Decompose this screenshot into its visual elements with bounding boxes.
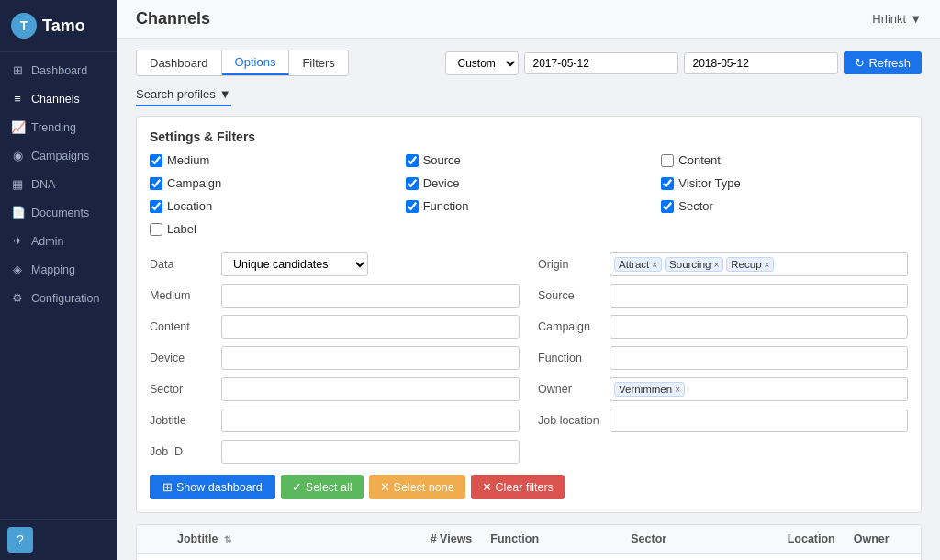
results-table-container: Jobtitle ⇅ # Views Function Sector [136,524,922,560]
user-menu[interactable]: Hrlinkt ▼ [872,12,922,26]
data-label: Data [150,258,214,271]
device-input[interactable] [221,346,520,370]
select-all-button[interactable]: ✓ Select all [281,475,364,499]
checkbox-medium-input[interactable] [150,154,162,167]
checkbox-source-input[interactable] [406,154,419,167]
function-input[interactable] [610,346,908,370]
tag-vernimmen-close[interactable]: × [675,385,680,395]
col-views-label: # Views [431,532,473,545]
col-owner: Owner [845,525,921,554]
refresh-button[interactable]: ↻ Refresh [844,51,922,74]
sidebar-item-campaigns[interactable]: ◉ Campaigns [0,141,118,170]
content-area: Dashboard Options Filters Custom ↻ Refre… [118,39,940,560]
show-dashboard-icon: ⊞ [162,480,173,494]
dna-icon: ▦ [11,177,24,191]
sidebar-item-documents[interactable]: 📄 Documents [0,198,118,227]
sidebar-item-configuration[interactable]: ⚙ Configuration [0,284,118,312]
checkbox-sector-input[interactable] [661,200,674,213]
job-id-input[interactable] [221,440,520,464]
search-profiles[interactable]: Search profiles ▼ [136,87,231,106]
checkbox-source-label: Source [423,153,461,167]
sidebar-item-trending[interactable]: 📈 Trending [0,113,118,141]
checkbox-function-input[interactable] [406,200,419,213]
logo-icon: T [11,13,37,39]
help-button[interactable]: ? [7,527,33,553]
job-location-input[interactable] [610,409,908,432]
checkbox-content-label: Content [678,153,721,167]
mapping-icon: ◈ [11,263,24,276]
checkbox-campaign-label: Campaign [167,176,221,190]
sidebar-item-mapping[interactable]: ◈ Mapping [0,255,118,284]
checkbox-campaign-input[interactable] [150,177,162,190]
search-profiles-label: Search profiles [136,87,216,101]
owner-tags[interactable]: Vernimmen × [610,377,908,401]
clear-filters-button[interactable]: ✕ Clear filters [471,475,565,499]
medium-label: Medium [150,289,214,302]
sidebar: T Tamo ⊞ Dashboard ≡ Channels 📈 Trending… [0,0,118,560]
checkbox-visitor-type-input[interactable] [661,177,674,190]
clear-filters-label: Clear filters [496,481,554,494]
checkbox-content-input[interactable] [661,154,674,167]
sector-input[interactable] [221,377,520,401]
sidebar-item-admin[interactable]: ✈ Admin [0,227,118,255]
checkbox-medium: Medium [150,153,397,167]
tag-attract-close[interactable]: × [652,260,657,270]
checkbox-visitor-type: Visitor Type [661,176,908,190]
checkbox-source: Source [406,153,653,167]
sort-icon[interactable]: ⇅ [224,534,231,544]
job-location-label: Job location [538,414,602,427]
content-label: Content [150,320,214,333]
sidebar-label-channels: Channels [31,93,80,106]
col-function: Function [481,525,621,554]
source-input[interactable] [610,284,908,308]
main-area: Channels Hrlinkt ▼ Dashboard Options Fil… [118,0,940,560]
row-sector: Risk, ALM & Actuary [621,554,778,560]
clear-filters-icon: ✕ [482,480,492,494]
checkbox-location-input[interactable] [150,200,162,213]
sidebar-label-dashboard: Dashboard [31,64,87,77]
device-row: Device [150,346,520,370]
jobtitle-input[interactable] [221,409,520,432]
sidebar-bottom: ? [0,519,118,560]
origin-tags[interactable]: Attract × Sourcing × Recup × [610,252,908,276]
data-select[interactable]: Unique candidates Visits Candidates [221,252,368,276]
results-table: Jobtitle ⇅ # Views Function Sector [137,525,921,560]
date-from-input[interactable] [524,52,678,74]
campaign-input[interactable] [610,315,908,339]
checkbox-content: Content [661,153,908,167]
tag-recup-close[interactable]: × [765,260,770,270]
col-sector-label: Sector [631,532,666,545]
checkbox-device-input[interactable] [406,177,419,190]
sidebar-label-admin: Admin [31,235,63,248]
admin-icon: ✈ [11,234,24,248]
select-none-icon: ✕ [380,480,390,494]
date-range-select[interactable]: Custom [445,51,519,75]
table-header-row: Jobtitle ⇅ # Views Function Sector [137,525,921,554]
select-all-icon: ✓ [292,480,302,494]
channels-icon: ≡ [11,92,24,106]
medium-input[interactable] [221,284,520,308]
sidebar-item-dashboard[interactable]: ⊞ Dashboard [0,56,118,84]
col-owner-label: Owner [854,532,890,545]
col-location: Location [778,525,845,554]
date-to-input[interactable] [684,52,838,74]
tag-sourcing-close[interactable]: × [713,260,719,270]
tab-options[interactable]: Options [222,50,290,75]
user-name: Hrlinkt [872,12,906,26]
checkbox-label-input[interactable] [150,223,162,236]
tab-filters[interactable]: Filters [289,50,347,75]
checkbox-sector: Sector [661,199,908,213]
owner-label: Owner [538,383,602,396]
row-location [778,554,845,560]
tab-dashboard[interactable]: Dashboard [137,50,222,75]
header: Channels Hrlinkt ▼ [118,0,940,39]
job-id-label: Job ID [150,445,214,458]
tag-vernimmen: Vernimmen × [614,382,685,397]
medium-row: Medium [150,284,520,308]
select-none-button[interactable]: ✕ Select none [369,475,465,499]
checkbox-campaign: Campaign [150,176,397,190]
sidebar-item-dna[interactable]: ▦ DNA [0,170,118,198]
content-input[interactable] [221,315,520,339]
sidebar-item-channels[interactable]: ≡ Channels [0,84,118,113]
show-dashboard-button[interactable]: ⊞ Show dashboard [150,475,275,499]
